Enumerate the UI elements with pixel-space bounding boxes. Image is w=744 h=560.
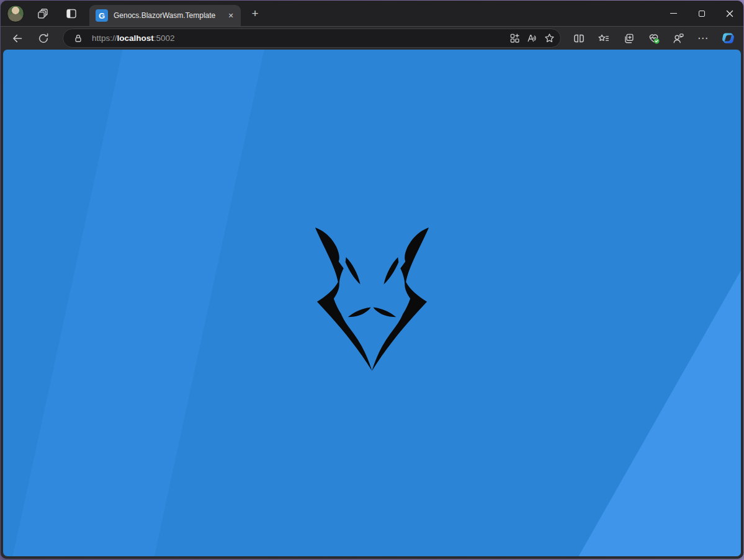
workspaces-button[interactable]: [33, 4, 53, 24]
maximize-icon: [699, 11, 705, 17]
favorite-star-button[interactable]: [540, 30, 558, 47]
more-button[interactable]: ⋯: [694, 29, 712, 48]
address-bar[interactable]: https://localhost:5002: [63, 29, 561, 48]
favorites-hub-icon: [598, 32, 610, 45]
new-tab-button[interactable]: +: [246, 5, 264, 22]
content-frame: [1, 50, 743, 559]
profile-avatar[interactable]: [7, 5, 24, 22]
minimize-icon: [670, 13, 677, 14]
url-text: https://localhost:5002: [92, 33, 506, 43]
refresh-button[interactable]: [34, 29, 53, 48]
collections-icon: [622, 32, 635, 45]
split-screen-icon: [573, 32, 585, 45]
url-scheme: https://: [92, 33, 117, 43]
browser-window: G Genocs.BlazorWasm.Template ✕ +: [1, 1, 743, 559]
close-button[interactable]: [715, 1, 743, 26]
collections-button[interactable]: [619, 29, 638, 48]
lock-icon: [73, 33, 84, 44]
page-content: [3, 50, 741, 556]
browser-toolbar: https://localhost:5002: [1, 26, 743, 50]
fox-logo: [310, 224, 434, 372]
toolbar-right-buttons: ⋯: [570, 29, 737, 48]
desktop: G Genocs.BlazorWasm.Template ✕ +: [0, 0, 744, 560]
url-host: localhost: [117, 33, 154, 43]
browser-essentials-button[interactable]: [644, 29, 663, 48]
tab-bar: G Genocs.BlazorWasm.Template ✕ +: [1, 1, 743, 26]
refresh-icon: [37, 32, 50, 45]
feedback-button[interactable]: [669, 29, 688, 48]
titlebar-drag-area: [264, 1, 660, 26]
tab-title: Genocs.BlazorWasm.Template: [114, 11, 225, 20]
more-icon: ⋯: [697, 32, 709, 45]
close-icon: [725, 9, 734, 18]
workspaces-icon: [37, 7, 49, 20]
split-screen-button[interactable]: [570, 29, 588, 48]
back-button[interactable]: [8, 29, 27, 48]
tab-actions-icon: [65, 7, 78, 20]
url-port: :5002: [154, 33, 175, 43]
tab-close-button[interactable]: ✕: [225, 9, 237, 22]
tab-actions-button[interactable]: [61, 4, 81, 24]
browser-essentials-icon: [647, 32, 660, 45]
back-icon: [11, 32, 24, 45]
apps-add-icon: [509, 32, 521, 44]
apps-add-button[interactable]: [506, 30, 523, 47]
favorite-star-icon: [544, 32, 555, 44]
copilot-icon: [720, 30, 736, 46]
read-aloud-icon: [526, 32, 538, 44]
minimize-button[interactable]: [660, 1, 688, 26]
tab-favicon: G: [96, 9, 108, 22]
maximize-button[interactable]: [688, 1, 715, 26]
window-controls: [660, 1, 743, 26]
favorites-hub-button[interactable]: [594, 29, 613, 48]
copilot-button[interactable]: [719, 29, 737, 48]
browser-tab[interactable]: G Genocs.BlazorWasm.Template ✕: [89, 5, 241, 26]
read-aloud-button[interactable]: [523, 30, 540, 47]
site-info-button[interactable]: [69, 30, 87, 47]
feedback-icon: [672, 32, 684, 45]
